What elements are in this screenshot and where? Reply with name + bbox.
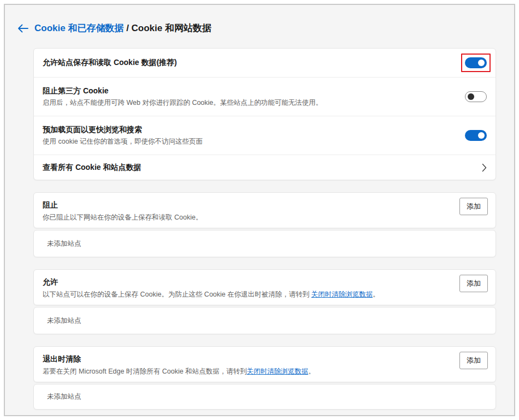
block-section-empty-row: 未添加站点 bbox=[33, 230, 496, 257]
toggle-knob bbox=[478, 132, 485, 139]
add-blocked-site-button[interactable]: 添加 bbox=[459, 198, 488, 215]
back-button[interactable] bbox=[16, 23, 30, 36]
setting-row-block-third-party: 阻止第三方 Cookie 启用后，站点不能使用可跨 Web 对你进行跟踪的 Co… bbox=[34, 77, 496, 116]
setting-label: 查看所有 Cookie 和站点数据 bbox=[43, 162, 475, 173]
block-third-party-toggle[interactable] bbox=[465, 91, 487, 102]
allow-section-empty-row: 未添加站点 bbox=[33, 307, 496, 334]
description-text: 若要在关闭 Microsoft Edge 时清除所有 Cookie 和站点数据，… bbox=[43, 368, 247, 375]
add-clear-on-exit-site-button[interactable]: 添加 bbox=[459, 352, 488, 369]
see-all-cookies-row[interactable]: 查看所有 Cookie 和站点数据 bbox=[34, 155, 496, 180]
section-title: 退出时清除 bbox=[43, 354, 487, 364]
setting-label: 预加载页面以更快浏览和搜索 bbox=[43, 125, 465, 135]
section-title: 允许 bbox=[43, 277, 487, 287]
setting-description: 使用 cookie 记住你的首选项，即使你不访问这些页面 bbox=[43, 137, 465, 146]
allow-section-header: 允许 以下站点可以在你的设备上保存 Cookie。为防止这些 Cookie 在你… bbox=[33, 269, 496, 305]
clear-on-exit-empty-row: 未添加站点 bbox=[33, 384, 496, 410]
setting-label: 允许站点保存和读取 Cookie 数据(推荐) bbox=[43, 57, 461, 68]
setting-row-allow-cookies: 允许站点保存和读取 Cookie 数据(推荐) bbox=[34, 49, 496, 77]
block-section-header: 阻止 你已阻止以下网站在你的设备上保存和读取 Cookie。 添加 bbox=[33, 192, 496, 228]
clear-on-close-link[interactable]: 关闭时清除浏览数据 bbox=[247, 368, 309, 375]
breadcrumb-parent-link[interactable]: Cookie 和已存储数据 bbox=[34, 23, 123, 33]
highlight-annotation bbox=[461, 54, 491, 72]
setting-description: 启用后，站点不能使用可跨 Web 对你进行跟踪的 Cookie。某些站点上的功能… bbox=[43, 98, 465, 108]
clear-on-close-link[interactable]: 关闭时清除浏览数据 bbox=[311, 291, 373, 298]
description-text: 。 bbox=[373, 291, 380, 298]
preload-pages-toggle[interactable] bbox=[465, 130, 487, 141]
toggle-knob bbox=[478, 60, 485, 66]
setting-row-preload-pages: 预加载页面以更快浏览和搜索 使用 cookie 记住你的首选项，即使你不访问这些… bbox=[34, 116, 496, 155]
settings-page: Cookie 和已存储数据 / Cookie 和网站数据 允许站点保存和读取 C… bbox=[4, 4, 515, 416]
toggle-knob bbox=[468, 93, 474, 100]
empty-state-text: 未添加站点 bbox=[47, 316, 81, 326]
breadcrumb-separator: / bbox=[123, 23, 131, 33]
setting-label: 阻止第三方 Cookie bbox=[43, 86, 465, 96]
section-title: 阻止 bbox=[43, 200, 487, 210]
section-description: 你已阻止以下网站在你的设备上保存和读取 Cookie。 bbox=[43, 213, 487, 222]
clear-on-exit-section-header: 退出时清除 若要在关闭 Microsoft Edge 时清除所有 Cookie … bbox=[33, 346, 496, 382]
cookie-settings-card: 允许站点保存和读取 Cookie 数据(推荐) 阻止第三方 Cookie 启用后… bbox=[33, 48, 496, 180]
section-description: 若要在关闭 Microsoft Edge 时清除所有 Cookie 和站点数据，… bbox=[43, 367, 487, 376]
chevron-right-icon bbox=[482, 163, 487, 172]
breadcrumb: Cookie 和已存储数据 / Cookie 和网站数据 bbox=[34, 22, 211, 35]
arrow-left-icon bbox=[17, 23, 29, 36]
empty-state-text: 未添加站点 bbox=[47, 392, 81, 401]
section-description: 以下站点可以在你的设备上保存 Cookie。为防止这些 Cookie 在你退出时… bbox=[43, 290, 487, 299]
description-text: 以下站点可以在你的设备上保存 Cookie。为防止这些 Cookie 在你退出时… bbox=[43, 291, 311, 298]
add-allowed-site-button[interactable]: 添加 bbox=[459, 275, 488, 292]
empty-state-text: 未添加站点 bbox=[47, 239, 81, 249]
page-title: Cookie 和网站数据 bbox=[132, 23, 211, 33]
allow-cookies-toggle[interactable] bbox=[465, 57, 487, 68]
description-text: 。 bbox=[308, 368, 315, 375]
